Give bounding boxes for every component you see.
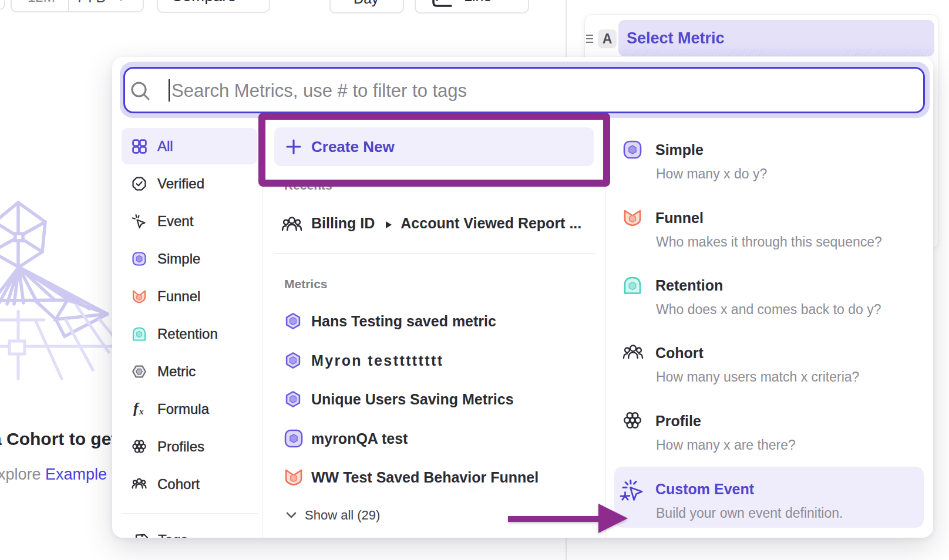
svg-text:x: x (139, 407, 144, 416)
